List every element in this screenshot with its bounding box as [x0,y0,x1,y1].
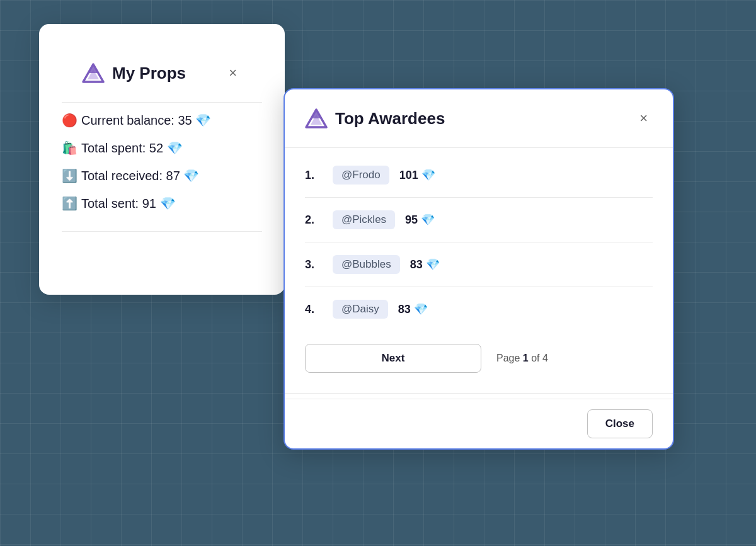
next-button[interactable]: Next [305,344,481,373]
username-frodo: @Frodo [333,166,389,185]
awardees-close-footer-button[interactable]: Close [587,409,653,438]
myprops-close-button[interactable]: × [224,64,242,82]
pagination-area: Next Page 1 of 4 [285,331,673,388]
awardees-modal: Top Awardees × 1. @Frodo 101 💎 2. @Pickl… [284,88,674,450]
awardees-title-group: Top Awardees [305,107,445,130]
rank-1: 1. [305,169,323,182]
stat-spent-label: Total spent: 52 💎 [81,140,183,156]
awardees-header: Top Awardees × [285,89,673,142]
awardees-footer: Close [285,399,673,448]
myprops-title: My Props [112,64,186,83]
awardee-row-2: 2. @Pickles 95 💎 [305,198,653,242]
score-frodo: 101 💎 [399,168,435,182]
stat-total-received: ⬇️ Total received: 87 💎 [62,168,262,183]
awardee-row-3: 3. @Bubbles 83 💎 [305,242,653,287]
awardees-list: 1. @Frodo 101 💎 2. @Pickles 95 💎 3. @Bub… [285,153,673,331]
stat-balance-label: Current balance: 35 💎 [81,113,211,128]
awardees-footer-divider [285,393,673,394]
score-bubbles: 83 💎 [410,258,440,271]
awardee-row-1: 1. @Frodo 101 💎 [305,153,653,198]
awardees-header-divider [285,147,673,148]
awardee-row-4: 4. @Daisy 83 💎 [305,287,653,331]
myprops-divider-bottom [62,231,262,232]
awardees-logo-icon [305,107,328,130]
page-total: 4 [542,353,548,363]
myprops-title-group: My Props [82,62,186,84]
myprops-divider [62,102,262,103]
myprops-stats: 🔴 Current balance: 35 💎 🛍️ Total spent: … [62,113,262,211]
username-bubbles: @Bubbles [333,255,400,274]
myprops-header: My Props × [62,44,262,97]
page-of-label: of [531,353,539,363]
stat-total-spent: 🛍️ Total spent: 52 💎 [62,140,262,156]
stat-received-label: Total received: 87 💎 [81,168,199,183]
rank-2: 2. [305,213,323,227]
page-info: Page 1 of 4 [496,353,548,364]
page-current: 1 [523,353,529,363]
username-daisy: @Daisy [333,300,388,319]
rank-3: 3. [305,258,323,271]
score-pickles: 95 💎 [405,213,435,227]
awardees-title: Top Awardees [335,109,445,128]
stat-current-balance: 🔴 Current balance: 35 💎 [62,113,262,128]
stat-total-sent: ⬆️ Total sent: 91 💎 [62,196,262,211]
logo-icon [82,62,105,84]
stat-sent-label: Total sent: 91 💎 [81,196,176,211]
rank-4: 4. [305,303,323,316]
username-pickles: @Pickles [333,210,395,229]
myprops-modal: My Props × 🔴 Current balance: 35 💎 🛍️ To… [39,24,285,295]
score-daisy: 83 💎 [398,302,428,316]
awardees-close-button[interactable]: × [634,109,653,128]
